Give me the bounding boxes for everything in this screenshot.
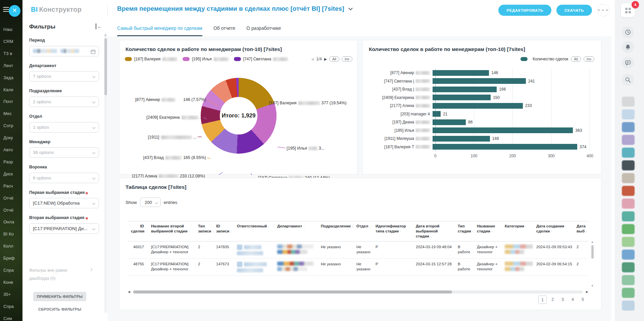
filters-outside-link[interactable]: Фильтры вне рамок дашборда (0)	[29, 267, 88, 283]
bar[interactable]	[433, 78, 526, 84]
pinned-thumbnail[interactable]	[622, 148, 635, 158]
donut-legend-item[interactable]: [187] Валерия	[125, 57, 177, 61]
table-row[interactable]: 46917[C17:PREPARATION] Дизайнер + технол…	[128, 241, 588, 258]
column-header[interactable]: Категория↕	[502, 221, 533, 242]
filter-scrollbar-up-arrow[interactable]: ▲	[104, 34, 107, 37]
pinned-thumbnail[interactable]	[622, 250, 635, 260]
filter-select[interactable]: 36 options	[29, 147, 99, 158]
bg-nav-item[interactable]: Кале	[3, 87, 22, 92]
bar[interactable]	[433, 87, 497, 92]
bar-inv-button[interactable]: Inv	[584, 56, 594, 62]
collapse-panel-icon[interactable]: →	[96, 23, 102, 29]
reset-filters-button[interactable]: СБРОСИТЬ ФИЛЬТРЫ	[33, 307, 86, 311]
bg-nav-item[interactable]: Разр	[3, 159, 22, 164]
bg-nav-item[interactable]: Доку	[3, 135, 22, 140]
filter-scrollbar-thumb[interactable]	[104, 38, 107, 95]
column-header[interactable]: ID записи↕	[213, 221, 234, 242]
entries-select[interactable]: 200	[140, 198, 161, 207]
pinned-thumbnail[interactable]	[622, 237, 635, 247]
pinned-thumbnail[interactable]	[622, 135, 635, 145]
pinned-thumbnail[interactable]	[622, 288, 635, 298]
bg-nav-item[interactable]: Лент	[3, 63, 22, 68]
filter-select[interactable]: [C17:NEW] Обработка	[29, 198, 99, 208]
hscroll-thumb[interactable]	[133, 290, 452, 293]
bg-nav-item[interactable]: Наш	[3, 27, 22, 32]
pinned-thumbnail[interactable]	[622, 186, 635, 196]
tab-item[interactable]: О разработчике	[246, 21, 281, 36]
bg-nav-item[interactable]: Отчё	[3, 208, 22, 213]
bg-nav-item[interactable]: Спра	[3, 268, 22, 273]
filter-select[interactable]: 7 options	[29, 71, 99, 82]
notification-badge[interactable]: 4	[632, 1, 639, 8]
column-header[interactable]: Отдел↕	[353, 221, 373, 242]
bar[interactable]	[433, 136, 490, 142]
column-header[interactable]: Департамент↕	[274, 221, 318, 242]
bar-all-button[interactable]: All	[571, 56, 581, 62]
column-header[interactable]: Тип записи↕	[195, 221, 213, 242]
column-header[interactable]: ID сделки↕	[128, 221, 148, 242]
apply-filters-button[interactable]: ПРИМЕНИТЬ ФИЛЬТРЫ	[33, 292, 86, 301]
column-header[interactable]: Дата второй выбранной стадии↕	[413, 221, 455, 242]
scroll-down-icon[interactable]: ▼	[591, 284, 594, 287]
table-horizontal-scrollbar[interactable]: ◀ ▶	[128, 290, 588, 294]
donut-legend-item[interactable]: [195] Илья	[183, 57, 228, 61]
bg-nav-item[interactable]: Отчё	[3, 196, 22, 201]
messenger-button[interactable]	[622, 57, 634, 69]
column-header[interactable]: Название стадии↕	[474, 221, 502, 242]
chevron-down-icon[interactable]	[348, 6, 353, 10]
bg-nav-item[interactable]: Онла	[3, 219, 22, 224]
bg-nav-item[interactable]: CRM	[3, 39, 22, 44]
bg-nav-item[interactable]: 35+	[3, 292, 22, 297]
hamburger-menu-icon[interactable]	[3, 7, 9, 13]
slider-close-button[interactable]: ✕	[9, 5, 20, 17]
pinned-thumbnail[interactable]	[622, 211, 635, 221]
page-button[interactable]: 2	[548, 296, 557, 304]
pinned-thumbnail[interactable]	[622, 199, 635, 209]
pinned-thumbnail[interactable]	[622, 97, 635, 107]
page-button[interactable]: 4	[568, 296, 577, 304]
bg-nav-item[interactable]: BI Ко	[3, 231, 22, 236]
vscroll-thumb[interactable]	[591, 245, 594, 259]
more-options-button[interactable]: ● ● ●	[597, 4, 609, 16]
column-header[interactable]: Ответственный↕	[234, 221, 274, 242]
edit-button[interactable]: РЕДАКТИРОВАТЬ	[498, 5, 551, 16]
bar[interactable]	[433, 111, 441, 117]
bg-nav-item[interactable]: Бриф	[3, 256, 22, 261]
column-header[interactable]: Дата выб↕	[574, 221, 588, 242]
bg-nav-item[interactable]: Сим	[3, 316, 22, 321]
bar[interactable]	[433, 70, 489, 76]
pinned-thumbnail[interactable]	[622, 160, 635, 170]
bg-nav-item[interactable]: Мес	[3, 111, 22, 116]
pinned-thumbnail[interactable]	[622, 173, 635, 183]
filter-select[interactable]: 1 option	[29, 122, 99, 132]
pinned-thumbnail[interactable]	[622, 262, 635, 272]
pinned-thumbnail[interactable]	[622, 301, 635, 311]
donut-legend-item[interactable]: [747] Светлана	[234, 57, 288, 61]
bg-nav-item[interactable]: Диск	[3, 171, 22, 176]
notifications-button[interactable]	[622, 41, 634, 53]
bg-nav-item[interactable]: Конв	[3, 280, 22, 285]
bg-nav-item[interactable]: Авто	[3, 147, 22, 152]
bg-nav-item[interactable]: Зада	[3, 75, 22, 80]
pinned-thumbnail[interactable]	[622, 122, 635, 132]
column-header[interactable]: Идентификатор типа стадии↕	[373, 221, 413, 242]
page-button[interactable]: 1	[538, 296, 547, 304]
bar[interactable]	[433, 103, 523, 109]
pinned-thumbnail[interactable]	[622, 275, 635, 285]
column-header[interactable]: Тип стадии↕	[455, 221, 474, 242]
bar[interactable]	[433, 95, 491, 100]
bg-nav-item[interactable]: Спра	[3, 304, 22, 309]
scroll-up-icon[interactable]: ▲	[591, 240, 594, 244]
legend-all-button[interactable]: All	[329, 56, 339, 62]
table-vertical-scrollbar[interactable]: ▲ ▼	[591, 240, 595, 287]
table-row[interactable]: 48755[C17:PREPARATION] Дизайнер + технол…	[128, 258, 588, 275]
filter-select[interactable]: 6 options	[29, 173, 99, 183]
page-button[interactable]: 5	[579, 296, 587, 304]
download-button[interactable]: СКАЧАТЬ	[556, 5, 592, 16]
tab-item[interactable]: Самый быстрый менеджер по сделкам	[117, 21, 202, 36]
search-button[interactable]	[622, 74, 634, 86]
tab-item[interactable]: Об отчете	[213, 21, 235, 36]
column-header[interactable]: Подразделение↕	[318, 221, 353, 242]
bar[interactable]	[433, 119, 466, 125]
bg-nav-item[interactable]: Почт	[3, 99, 22, 104]
